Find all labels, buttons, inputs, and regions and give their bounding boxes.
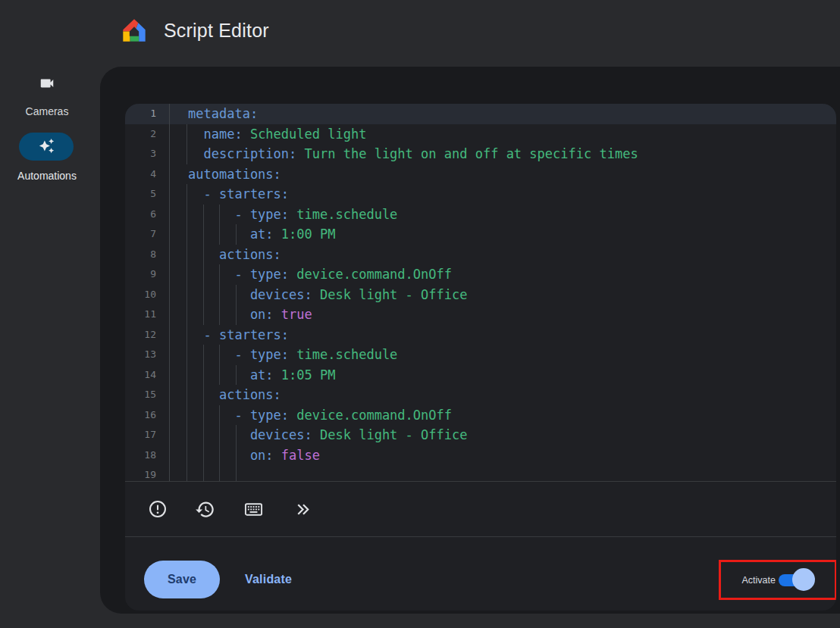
code-line: 16 - type: device.command.OnOff xyxy=(125,405,836,426)
indent-guide xyxy=(219,465,220,481)
script-panel: 1metadata:2 name: Scheduled light3 descr… xyxy=(125,104,836,611)
code-text: at: 1:05 PM xyxy=(188,365,335,386)
code-line: 5 - starters: xyxy=(125,184,836,205)
code-line: 2 name: Scheduled light xyxy=(125,124,836,145)
code-text: - starters: xyxy=(188,184,289,205)
validate-button[interactable]: Validate xyxy=(239,561,298,598)
indent-guide xyxy=(186,425,187,445)
line-number: 7 xyxy=(125,224,156,245)
videocam-icon xyxy=(39,83,55,94)
line-number: 2 xyxy=(125,124,156,145)
google-home-logo-icon xyxy=(121,17,147,43)
indent-guide xyxy=(186,285,187,305)
code-line: 14 at: 1:05 PM xyxy=(125,365,836,386)
code-text: - type: time.schedule xyxy=(188,345,397,365)
code-text: - type: device.command.OnOff xyxy=(188,264,452,285)
code-text: devices: Desk light - Office xyxy=(188,285,467,305)
code-text: - starters: xyxy=(188,325,289,345)
line-number: 13 xyxy=(125,345,156,365)
code-line: 3 description: Turn the light on and off… xyxy=(125,144,836,164)
indent-guide xyxy=(186,245,187,265)
sidebar-label-automations[interactable]: Automations xyxy=(0,170,94,182)
code-line: 4automations: xyxy=(125,164,836,185)
indent-guide xyxy=(186,224,187,245)
editor-card: 1metadata:2 name: Scheduled light3 descr… xyxy=(100,67,840,614)
line-number: 5 xyxy=(125,184,156,205)
sidebar-item-automations[interactable] xyxy=(19,133,74,161)
double-chevron-icon[interactable] xyxy=(292,498,313,520)
line-number: 8 xyxy=(125,245,156,265)
sidebar-label-cameras[interactable]: Cameras xyxy=(0,105,94,117)
line-number: 9 xyxy=(125,264,156,285)
line-number: 1 xyxy=(125,104,156,124)
line-number: 3 xyxy=(125,144,156,164)
line-number: 19 xyxy=(125,465,156,481)
code-line: 18 on: false xyxy=(125,445,836,466)
error-outline-icon[interactable] xyxy=(147,498,168,520)
code-line: 15 actions: xyxy=(125,385,836,405)
code-text: on: true xyxy=(188,305,312,325)
code-text: actions: xyxy=(188,245,281,265)
line-number: 4 xyxy=(125,164,156,185)
code-line: 9 - type: device.command.OnOff xyxy=(125,264,836,285)
code-line: 1metadata: xyxy=(125,104,836,124)
code-editor[interactable]: 1metadata:2 name: Scheduled light3 descr… xyxy=(125,104,836,481)
indent-guide xyxy=(186,345,187,365)
sidebar-item-cameras[interactable] xyxy=(39,75,55,92)
code-text: - type: device.command.OnOff xyxy=(188,405,452,426)
line-number: 14 xyxy=(125,365,156,386)
activate-toggle[interactable] xyxy=(779,568,815,592)
history-icon[interactable] xyxy=(194,498,215,520)
code-line: 17 devices: Desk light - Office xyxy=(125,425,836,445)
code-line: 12 - starters: xyxy=(125,325,836,345)
save-button[interactable]: Save xyxy=(144,561,220,598)
indent-guide xyxy=(186,305,187,325)
indent-guide xyxy=(186,405,187,426)
code-text: description: Turn the light on and off a… xyxy=(188,144,638,164)
app-header: Script Editor xyxy=(121,17,269,44)
code-text: at: 1:00 PM xyxy=(188,224,335,245)
line-number: 18 xyxy=(125,445,156,466)
line-number: 17 xyxy=(125,425,156,445)
indent-guide xyxy=(186,385,187,405)
indent-guide xyxy=(186,445,187,466)
activate-label: Activate xyxy=(742,575,776,586)
code-line: 7 at: 1:00 PM xyxy=(125,224,836,245)
indent-guide xyxy=(186,365,187,386)
code-line: 19 xyxy=(125,465,836,481)
line-number: 10 xyxy=(125,285,156,305)
code-text: name: Scheduled light xyxy=(188,124,366,145)
code-line: 13 - type: time.schedule xyxy=(125,345,836,365)
code-text: actions: xyxy=(188,385,281,405)
line-number: 15 xyxy=(125,385,156,405)
toggle-thumb xyxy=(792,568,815,591)
code-text: devices: Desk light - Office xyxy=(188,425,467,445)
activate-annotation-box: Activate xyxy=(719,560,836,600)
indent-guide xyxy=(186,465,187,481)
editor-footer: Save Validate Activate xyxy=(125,537,836,611)
indent-guide xyxy=(203,465,204,481)
indent-guide xyxy=(236,465,237,481)
indent-guide xyxy=(186,264,187,285)
code-text: metadata: xyxy=(188,104,258,124)
indent-guide xyxy=(186,124,187,145)
code-line: 6 - type: time.schedule xyxy=(125,205,836,225)
line-number: 16 xyxy=(125,405,156,426)
indent-guide xyxy=(186,325,187,345)
indent-guide xyxy=(186,184,187,205)
line-number: 12 xyxy=(125,325,156,345)
code-line: 11 on: true xyxy=(125,305,836,325)
indent-guide xyxy=(186,205,187,225)
code-line: 8 actions: xyxy=(125,245,836,265)
page-title: Script Editor xyxy=(164,20,269,42)
editor-toolbar xyxy=(125,482,836,536)
code-text: automations: xyxy=(188,164,281,185)
keyboard-icon[interactable] xyxy=(243,498,264,520)
code-line: 10 devices: Desk light - Office xyxy=(125,285,836,305)
code-text: - type: time.schedule xyxy=(188,205,397,225)
sparkle-icon xyxy=(39,138,55,156)
indent-guide xyxy=(186,144,187,164)
code-text: on: false xyxy=(188,445,320,466)
line-number: 11 xyxy=(125,305,156,325)
line-number: 6 xyxy=(125,205,156,225)
